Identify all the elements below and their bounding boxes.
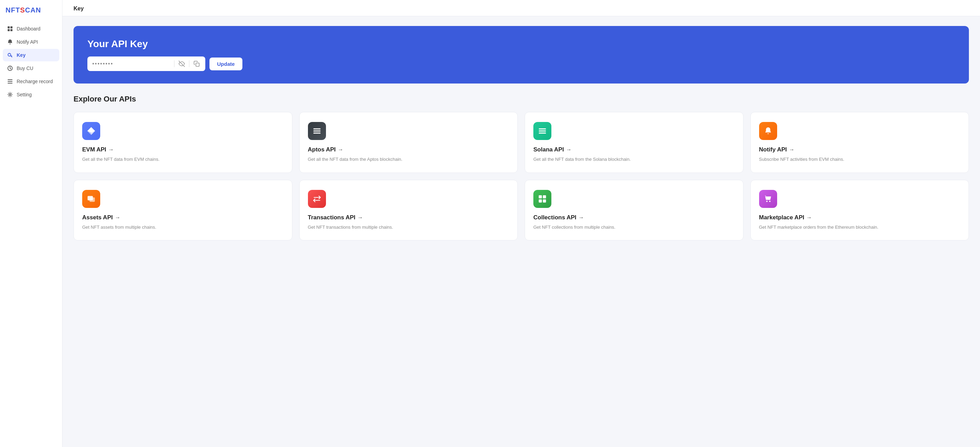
logo: NFTSCAN bbox=[0, 0, 62, 21]
arrow-icon: → bbox=[806, 214, 812, 221]
api-card-collections-desc: Get NFT collections from multiple chains… bbox=[533, 224, 735, 231]
sidebar-item-setting-label: Setting bbox=[17, 92, 32, 97]
api-card-assets[interactable]: Assets API →Get NFT assets from multiple… bbox=[73, 180, 292, 241]
svg-rect-3 bbox=[10, 29, 13, 31]
arrow-icon: → bbox=[566, 147, 571, 153]
arrow-icon: → bbox=[789, 147, 794, 153]
page-title: Key bbox=[62, 0, 980, 16]
api-card-solana-name: Solana API → bbox=[533, 146, 735, 153]
api-card-solana-desc: Get all the NFT data from the Solana blo… bbox=[533, 156, 735, 163]
gear-icon bbox=[7, 92, 13, 98]
toggle-visibility-button[interactable] bbox=[178, 60, 186, 68]
svg-rect-2 bbox=[8, 29, 10, 31]
api-key-input-wrap bbox=[88, 57, 205, 71]
api-key-title: Your API Key bbox=[88, 38, 955, 49]
api-card-evm-desc: Get all the NFT data from EVM chains. bbox=[82, 156, 284, 163]
input-divider-2 bbox=[189, 60, 189, 67]
logo-text: NFTSCAN bbox=[6, 6, 41, 14]
svg-point-24 bbox=[766, 200, 767, 202]
api-card-collections[interactable]: Collections API →Get NFT collections fro… bbox=[525, 180, 743, 241]
api-grid: EVM API →Get all the NFT data from EVM c… bbox=[73, 112, 969, 241]
api-key-banner: Your API Key bbox=[73, 26, 969, 84]
svg-rect-8 bbox=[8, 83, 13, 84]
notify-icon bbox=[759, 122, 777, 140]
sidebar-item-notify-api[interactable]: Notify API bbox=[3, 36, 59, 48]
api-card-assets-name: Assets API → bbox=[82, 214, 284, 221]
tag-icon bbox=[7, 65, 13, 71]
svg-point-9 bbox=[10, 94, 11, 96]
svg-rect-13 bbox=[313, 131, 320, 132]
svg-rect-19 bbox=[89, 197, 95, 202]
sidebar-item-key-label: Key bbox=[17, 52, 25, 58]
main-content: Key Your API Key bbox=[62, 0, 980, 447]
sidebar-nav: Dashboard Notify API Key Buy CU Recharge… bbox=[0, 21, 62, 102]
explore-title: Explore Our APIs bbox=[73, 95, 969, 104]
solana-icon bbox=[533, 122, 551, 140]
svg-rect-0 bbox=[8, 26, 10, 29]
api-card-notify-desc: Subscribe NFT activities from EVM chains… bbox=[759, 156, 961, 163]
api-card-aptos[interactable]: Aptos API →Get all the NFT data from the… bbox=[299, 112, 518, 173]
list-icon bbox=[7, 78, 13, 84]
input-divider bbox=[174, 60, 175, 67]
aptos-icon bbox=[308, 122, 326, 140]
svg-point-25 bbox=[769, 200, 770, 202]
api-card-assets-desc: Get NFT assets from multiple chains. bbox=[82, 224, 284, 231]
sidebar-item-dashboard[interactable]: Dashboard bbox=[3, 22, 59, 35]
copy-button[interactable] bbox=[193, 60, 200, 68]
sidebar-item-recharge-record[interactable]: Recharge record bbox=[3, 75, 59, 88]
api-card-aptos-name: Aptos API → bbox=[308, 146, 509, 153]
svg-rect-17 bbox=[539, 133, 546, 134]
svg-rect-22 bbox=[539, 199, 542, 202]
content-area: Your API Key bbox=[62, 16, 980, 250]
svg-rect-14 bbox=[313, 133, 320, 134]
svg-rect-21 bbox=[543, 195, 546, 198]
sidebar-item-notify-api-label: Notify API bbox=[17, 39, 38, 45]
api-card-transactions[interactable]: Transactions API →Get NFT transactions f… bbox=[299, 180, 518, 241]
svg-rect-23 bbox=[543, 199, 546, 202]
sidebar-item-key[interactable]: Key bbox=[3, 49, 59, 61]
arrow-icon: → bbox=[108, 147, 114, 153]
svg-rect-6 bbox=[8, 79, 13, 80]
api-card-evm[interactable]: EVM API →Get all the NFT data from EVM c… bbox=[73, 112, 292, 173]
sidebar-item-buy-cu-label: Buy CU bbox=[17, 65, 33, 71]
api-card-marketplace-desc: Get NFT marketplace orders from the Ethe… bbox=[759, 224, 961, 231]
arrow-icon: → bbox=[578, 214, 584, 221]
api-card-collections-name: Collections API → bbox=[533, 214, 735, 221]
copy-icon bbox=[194, 61, 200, 67]
evm-icon bbox=[82, 122, 100, 140]
api-key-input[interactable] bbox=[92, 61, 170, 67]
sidebar-item-buy-cu[interactable]: Buy CU bbox=[3, 62, 59, 74]
api-card-transactions-name: Transactions API → bbox=[308, 214, 509, 221]
update-button[interactable]: Update bbox=[210, 57, 242, 70]
key-icon bbox=[7, 52, 13, 58]
svg-rect-15 bbox=[539, 128, 546, 130]
arrow-icon: → bbox=[115, 214, 120, 221]
api-card-marketplace[interactable]: Marketplace API →Get NFT marketplace ord… bbox=[751, 180, 969, 241]
api-card-transactions-desc: Get NFT transactions from multiple chain… bbox=[308, 224, 509, 231]
arrow-icon: → bbox=[358, 214, 363, 221]
sidebar-item-setting[interactable]: Setting bbox=[3, 88, 59, 101]
arrow-icon: → bbox=[338, 147, 343, 153]
api-card-solana[interactable]: Solana API →Get all the NFT data from th… bbox=[525, 112, 743, 173]
api-card-aptos-desc: Get all the NFT data from the Aptos bloc… bbox=[308, 156, 509, 163]
svg-rect-20 bbox=[539, 195, 542, 198]
eye-off-icon bbox=[178, 61, 185, 67]
svg-rect-11 bbox=[196, 63, 199, 67]
sidebar: NFTSCAN Dashboard Notify API Key Buy C bbox=[0, 0, 62, 447]
api-card-evm-name: EVM API → bbox=[82, 146, 284, 153]
sidebar-item-dashboard-label: Dashboard bbox=[17, 26, 41, 32]
marketplace-icon bbox=[759, 190, 777, 208]
api-key-row: Update bbox=[88, 57, 955, 71]
svg-rect-12 bbox=[313, 128, 320, 130]
grid-icon bbox=[7, 25, 13, 32]
transactions-icon bbox=[308, 190, 326, 208]
sidebar-item-recharge-record-label: Recharge record bbox=[17, 79, 53, 84]
svg-rect-7 bbox=[8, 81, 13, 82]
api-card-notify[interactable]: Notify API →Subscribe NFT activities fro… bbox=[751, 112, 969, 173]
svg-rect-16 bbox=[539, 131, 546, 132]
api-card-marketplace-name: Marketplace API → bbox=[759, 214, 961, 221]
bell-icon bbox=[7, 39, 13, 45]
svg-rect-1 bbox=[10, 26, 13, 29]
assets-icon bbox=[82, 190, 100, 208]
api-card-notify-name: Notify API → bbox=[759, 146, 961, 153]
